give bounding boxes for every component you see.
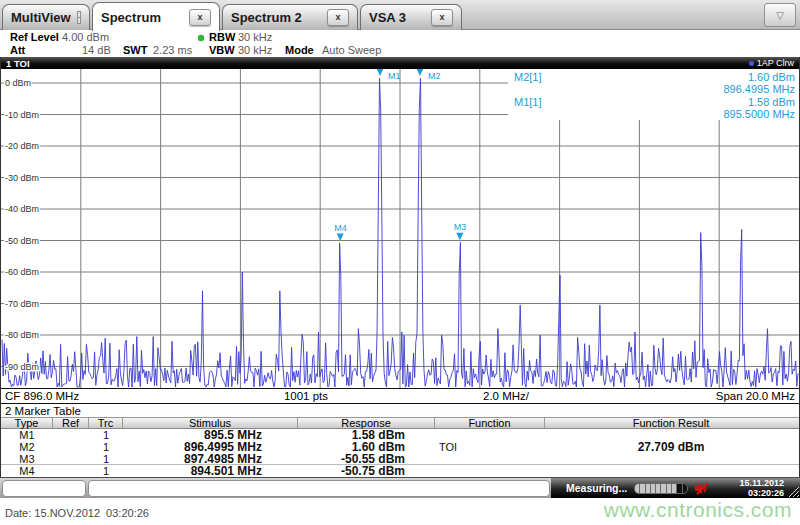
mhz-per-div[interactable]: 2.0 MHz/ [483, 390, 529, 402]
marker-readout-freq: 896.4995 MHz [723, 83, 795, 95]
marker-m2-icon[interactable] [416, 69, 423, 76]
sweep-points[interactable]: 1001 pts [284, 390, 328, 402]
vbw-label: VBW [209, 44, 235, 56]
tab-spectrum-2[interactable]: Spectrum 2 x [222, 4, 358, 30]
tab-multiview-label: MultiView [11, 10, 71, 25]
y-axis-tick-label: -10 dBm [5, 110, 39, 120]
y-axis-tick-label: -70 dBm [5, 299, 39, 309]
column-header-trc: Trc [89, 418, 123, 428]
y-axis-tick-label: -90 dBm [5, 362, 39, 372]
marker-m3-icon[interactable] [456, 233, 463, 241]
watermark: www.cntronics.com [604, 498, 792, 522]
cell-type: M4 [1, 465, 53, 477]
vbw-value[interactable]: 30 kHz [238, 44, 272, 56]
status-datetime: 15.11.201203:20:26 [739, 479, 784, 498]
cell-trc: 1 [89, 453, 123, 465]
marker-m1-label: M1 [388, 71, 401, 81]
swt-value[interactable]: 2.23 ms [153, 44, 192, 56]
status-message-field[interactable] [88, 480, 550, 497]
column-header-function: Function [435, 418, 545, 428]
marker-table-title[interactable]: 2 Marker Table [1, 404, 799, 417]
rbw-value[interactable]: 30 kHz [238, 31, 272, 43]
cell-type: M3 [1, 453, 53, 465]
tab-spectrum-2-close-icon[interactable]: x [327, 9, 349, 26]
tab-vsa-3[interactable]: VSA 3 x [360, 4, 462, 30]
y-axis-tick-label: 0 dBm [5, 78, 31, 88]
screenshot-date: Date: 15.NOV.2012 03:20:26 [5, 507, 149, 519]
y-axis-tick-label: -30 dBm [5, 173, 39, 183]
status-bar: Measuring... 15.11.201203:20:26 [0, 477, 800, 498]
marker-m4-label: M4 [334, 223, 347, 233]
mode-value[interactable]: Auto Sweep [322, 44, 381, 56]
center-frequency[interactable]: CF 896.0 MHz [5, 390, 79, 402]
trace-label: 1AP Clrw [749, 58, 794, 68]
toi-window: 1 TOI 1AP Clrw 0 dBm-10 dBm-20 dBm-30 dB… [0, 57, 800, 404]
spectrum-plot[interactable]: 0 dBm-10 dBm-20 dBm-30 dBm-40 dBm-50 dBm… [1, 69, 799, 388]
y-axis-tick-label: -40 dBm [5, 204, 39, 214]
mode-label: Mode [285, 44, 314, 56]
tab-spectrum-close-icon[interactable]: x [189, 9, 211, 26]
column-header-response: Response [298, 418, 435, 428]
tab-overflow-dropdown[interactable]: ▽ [764, 3, 796, 27]
cell-trc: 1 [89, 465, 123, 477]
marker-readout-panel: M2[1] 1.60 dBm 896.4995 MHz M1[1] 1.58 d… [508, 69, 799, 120]
footer-strip: Date: 15.NOV.2012 03:20:26 www.cntronics… [0, 498, 800, 525]
mute-icon[interactable] [694, 482, 712, 495]
tab-bar: MultiView Spectrum x Spectrum 2 x VSA 3 … [0, 0, 800, 30]
toi-window-titlebar[interactable]: 1 TOI 1AP Clrw [1, 57, 799, 69]
marker-readout-freq: 895.5000 MHz [723, 108, 795, 120]
table-row[interactable]: M4 1 894.501 MHz -50.75 dBm [1, 465, 799, 477]
tab-multiview[interactable]: MultiView [2, 4, 90, 30]
settings-header: Ref Level 4.00 dBm RBW 30 kHz Att 14 dB … [0, 30, 800, 57]
rbw-led-icon [198, 35, 204, 41]
rbw-label: RBW [209, 31, 235, 43]
att-label: Att [10, 44, 25, 56]
cell-type: M1 [1, 429, 53, 441]
ref-level-label: Ref Level [10, 31, 59, 43]
y-axis-tick-label: -80 dBm [5, 330, 39, 340]
column-header-type: Type [1, 418, 53, 428]
marker-readout-level: 1.58 dBm [748, 96, 795, 108]
marker-table-window: 2 Marker Table Type Ref Trc Stimulus Res… [0, 404, 800, 477]
trace-label-text: 1AP Clrw [757, 58, 794, 68]
y-axis-tick-label: -20 dBm [5, 141, 39, 151]
tab-spectrum-2-label: Spectrum 2 [231, 10, 302, 25]
analyzer-screen: MultiView Spectrum x Spectrum 2 x VSA 3 … [0, 0, 800, 525]
marker-readout-level: 1.60 dBm [748, 71, 795, 83]
att-value[interactable]: 14 dB [82, 44, 111, 56]
marker-m3-label: M3 [454, 222, 467, 232]
cell-trc: 1 [89, 429, 123, 441]
cell-function-result: 27.709 dBm [545, 440, 797, 454]
status-date: 15.11.2012 [739, 478, 784, 488]
cell-function: TOI [435, 441, 545, 453]
status-time: 03:20:26 [748, 488, 784, 498]
tab-vsa-3-close-icon[interactable]: x [431, 9, 453, 26]
span-value[interactable]: Span 20.0 MHz [716, 390, 795, 402]
sweep-progress-bar [634, 483, 688, 494]
multiview-grid-icon [77, 11, 81, 24]
column-header-function-result: Function Result [545, 418, 797, 428]
resize-grip[interactable] [786, 484, 799, 497]
status-bar-right: Measuring... 15.11.201203:20:26 [551, 478, 800, 498]
marker-readout-name: M1[1] [514, 96, 542, 108]
swt-label: SWT [123, 44, 147, 56]
y-axis-tick-label: -60 dBm [5, 267, 39, 277]
frequency-axis-bar: CF 896.0 MHz 1001 pts 2.0 MHz/ Span 20.0… [1, 388, 799, 404]
column-header-stimulus: Stimulus [123, 418, 298, 428]
marker-readout-name: M2[1] [514, 71, 542, 83]
ref-level-value[interactable]: 4.00 dBm [62, 31, 109, 43]
marker-m1-icon[interactable] [377, 69, 384, 76]
marker-m4-icon[interactable] [337, 233, 344, 241]
trace-dot-icon [749, 61, 754, 66]
cell-type: M2 [1, 441, 53, 453]
tab-spectrum[interactable]: Spectrum x [92, 2, 220, 31]
cell-stimulus: 894.501 MHz [123, 464, 298, 478]
tab-spectrum-label: Spectrum [101, 10, 161, 25]
cell-response: -50.75 dBm [298, 464, 435, 478]
status-field-left[interactable] [2, 480, 86, 497]
chevron-down-icon: ▽ [776, 10, 784, 21]
marker-m2-label: M2 [428, 71, 441, 81]
toi-window-title: 1 TOI [6, 58, 30, 69]
column-header-ref: Ref [53, 418, 89, 428]
tab-vsa-3-label: VSA 3 [369, 10, 406, 25]
